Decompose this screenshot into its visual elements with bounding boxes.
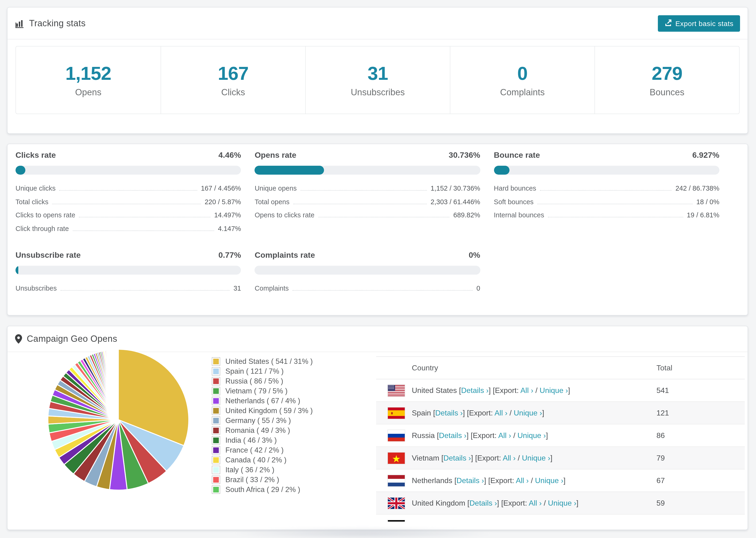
stat-cell-unsubscribes: 31Unsubscribes xyxy=(305,46,450,114)
legend-item-romania[interactable]: Romania ( 49 / 3% ) xyxy=(212,425,313,435)
legend-item-south-africa[interactable]: South Africa ( 29 / 2% ) xyxy=(212,484,313,494)
rate-block-clicks-rate: Clicks rate4.46%Unique clicks167 / 4.456… xyxy=(16,151,241,238)
legend-swatch xyxy=(212,446,220,454)
ru-flag-icon xyxy=(388,430,405,441)
rates-grid: Clicks rate4.46%Unique clicks167 / 4.456… xyxy=(16,151,719,298)
rate-detail-label: Complaints xyxy=(255,285,289,292)
rate-detail-value: 0 xyxy=(476,285,480,292)
rate-detail-value: 18 / 0% xyxy=(696,198,719,205)
export-all-link-netherlands[interactable]: All › xyxy=(516,476,529,484)
legend-label: Vietnam ( 79 / 5% ) xyxy=(225,387,288,395)
geo-table-row-united-kingdom: United Kingdom [Details ›] [Export: All … xyxy=(376,492,745,514)
export-unique-link-russia[interactable]: Unique › xyxy=(517,431,546,439)
rate-detail-value: 2,303 / 61.446% xyxy=(431,198,480,205)
geo-table-header-country: Country xyxy=(376,364,657,372)
rate-title-value: 6.927% xyxy=(692,151,719,160)
legend-swatch-color xyxy=(213,368,219,374)
legend-swatch xyxy=(212,465,220,474)
geo-table-row-russia: Russia [Details ›] [Export: All › / Uniq… xyxy=(376,424,745,447)
rate-detail-label: Unique opens xyxy=(255,185,297,192)
dotted-leader xyxy=(52,203,201,204)
export-all-link-united-states[interactable]: All › xyxy=(520,386,533,394)
legend-swatch-color xyxy=(213,447,219,453)
rate-detail-value: 19 / 6.81% xyxy=(687,211,719,219)
rate-detail-label: Internal bounces xyxy=(494,211,544,219)
page: Tracking stats Export basic stats 1,152O… xyxy=(0,0,756,538)
legend-label: Germany ( 55 / 3% ) xyxy=(225,416,291,425)
rate-detail-row: Total clicks220 / 5.87% xyxy=(16,198,241,211)
legend-item-united-kingdom[interactable]: United Kingdom ( 59 / 3% ) xyxy=(212,405,313,415)
legend-label: Canada ( 40 / 2% ) xyxy=(225,456,287,464)
rate-progressbar xyxy=(16,166,241,175)
geo-table-cell-country: Vietnam [Details ›] [Export: All › / Uni… xyxy=(376,454,657,462)
geo-table-cell-total: 121 xyxy=(657,409,745,417)
export-basic-stats-button[interactable]: Export basic stats xyxy=(658,15,740,31)
details-link-spain[interactable]: Details › xyxy=(435,409,463,417)
geo-table-row-vietnam: Vietnam [Details ›] [Export: All › / Uni… xyxy=(376,447,745,469)
rate-detail-row: Soft bounces18 / 0% xyxy=(494,198,719,211)
legend-item-russia[interactable]: Russia ( 86 / 5% ) xyxy=(212,376,313,386)
de-flag-icon xyxy=(388,520,405,521)
details-link-united-kingdom[interactable]: Details › xyxy=(469,499,497,507)
geo-table-cell-total: 67 xyxy=(657,476,745,485)
legend-label: Spain ( 121 / 7% ) xyxy=(225,367,284,375)
legend-item-italy[interactable]: Italy ( 36 / 2% ) xyxy=(212,465,313,475)
legend-item-india[interactable]: India ( 46 / 3% ) xyxy=(212,435,313,445)
export-unique-link-netherlands[interactable]: Unique › xyxy=(535,476,564,484)
rate-block-bounce-rate: Bounce rate6.927%Hard bounces242 / 86.73… xyxy=(494,151,719,238)
rate-title-label: Clicks rate xyxy=(16,151,56,160)
dotted-leader xyxy=(79,217,210,217)
rate-detail-label: Unique clicks xyxy=(16,185,56,192)
legend-item-united-states[interactable]: United States ( 541 / 31% ) xyxy=(212,356,313,366)
export-all-link-united-kingdom[interactable]: All › xyxy=(529,499,542,507)
stat-value: 279 xyxy=(652,63,682,84)
legend-item-germany[interactable]: Germany ( 55 / 3% ) xyxy=(212,415,313,425)
rate-detail-label: Total opens xyxy=(255,198,290,205)
pie-legend: United States ( 541 / 31% )Spain ( 121 /… xyxy=(212,356,313,494)
geo-table-cell-total: 59 xyxy=(657,499,745,507)
details-link-netherlands[interactable]: Details › xyxy=(457,476,484,484)
export-all-link-vietnam[interactable]: All › xyxy=(503,454,515,462)
details-link-russia[interactable]: Details › xyxy=(439,431,466,439)
legend-label: Romania ( 49 / 3% ) xyxy=(225,426,290,435)
geo-table-cell-country: United Kingdom [Details ›] [Export: All … xyxy=(376,499,657,507)
legend-item-vietnam[interactable]: Vietnam ( 79 / 5% ) xyxy=(212,386,313,396)
tracking-stats-header: Tracking stats Export basic stats xyxy=(8,8,747,39)
legend-item-canada[interactable]: Canada ( 40 / 2% ) xyxy=(212,455,313,465)
details-link-united-states[interactable]: Details › xyxy=(461,386,489,394)
rate-block-opens-rate: Opens rate30.736%Unique opens1,152 / 30.… xyxy=(255,151,480,238)
rate-progressbar xyxy=(255,166,480,175)
rate-detail-label: Opens to clicks rate xyxy=(255,211,315,219)
es-flag-icon xyxy=(388,407,405,418)
export-unique-link-united-states[interactable]: Unique › xyxy=(540,386,568,394)
export-all-link-spain[interactable]: All › xyxy=(495,409,507,417)
dotted-leader xyxy=(537,203,693,204)
export-icon xyxy=(665,19,672,28)
pie-slice-other-58[interactable] xyxy=(118,349,118,420)
legend-swatch-color xyxy=(213,388,219,394)
legend-item-spain[interactable]: Spain ( 121 / 7% ) xyxy=(212,366,313,376)
export-unique-link-united-kingdom[interactable]: Unique › xyxy=(548,499,576,507)
dotted-leader xyxy=(540,190,672,190)
legend-item-netherlands[interactable]: Netherlands ( 67 / 4% ) xyxy=(212,396,313,405)
stat-label: Complaints xyxy=(500,87,545,97)
rate-detail-label: Soft bounces xyxy=(494,198,533,205)
dotted-leader xyxy=(548,217,683,217)
export-all-link-russia[interactable]: All › xyxy=(498,431,511,439)
rate-detail-value: 14.497% xyxy=(214,211,241,219)
stat-value: 0 xyxy=(517,63,527,84)
legend-swatch xyxy=(212,436,220,444)
legend-item-brazil[interactable]: Brazil ( 33 / 2% ) xyxy=(212,475,313,484)
rate-progressbar-fill xyxy=(255,166,324,175)
legend-item-france[interactable]: France ( 42 / 2% ) xyxy=(212,445,313,455)
details-link-vietnam[interactable]: Details › xyxy=(444,454,471,462)
legend-swatch xyxy=(212,426,220,435)
geo-opens-card: Campaign Geo Opens United States ( 541 /… xyxy=(7,326,748,530)
legend-label: Netherlands ( 67 / 4% ) xyxy=(225,397,300,405)
export-unique-link-spain[interactable]: Unique › xyxy=(514,409,542,417)
rate-detail-label: Clicks to opens rate xyxy=(16,211,75,219)
geo-table-cell-total: 541 xyxy=(657,386,745,395)
rate-title-value: 4.46% xyxy=(218,151,241,160)
export-unique-link-vietnam[interactable]: Unique › xyxy=(522,454,550,462)
rate-detail-row: Opens to clicks rate689.82% xyxy=(255,211,480,225)
